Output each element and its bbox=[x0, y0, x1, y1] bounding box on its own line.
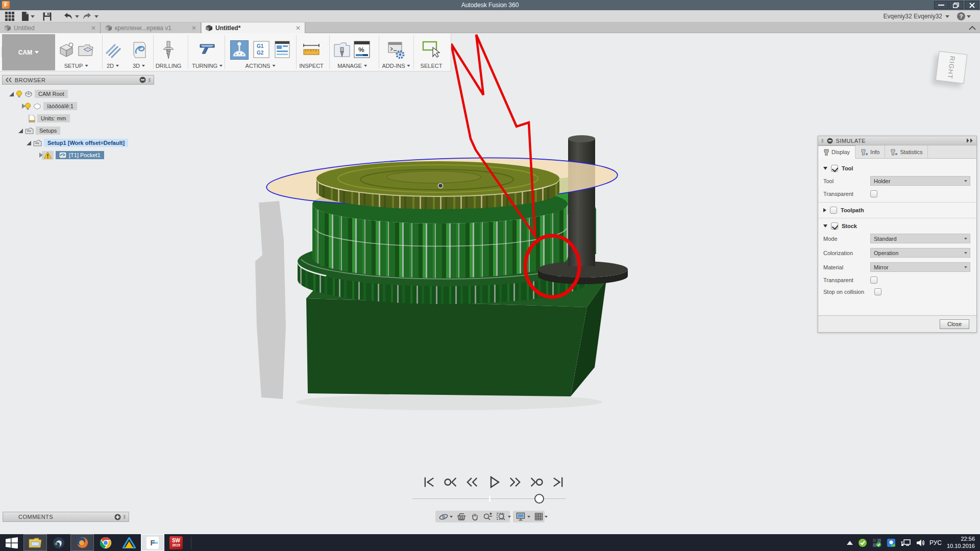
display-settings-button[interactable] bbox=[516, 512, 530, 521]
tray-sync-icon[interactable] bbox=[872, 538, 881, 547]
maximize-button[interactable] bbox=[949, 1, 963, 9]
select-button[interactable] bbox=[422, 40, 440, 60]
look-at-button[interactable] bbox=[457, 513, 466, 521]
minimize-button[interactable] bbox=[934, 1, 948, 9]
save-button[interactable] bbox=[43, 12, 52, 21]
mode-dropdown[interactable]: Standard bbox=[870, 234, 970, 243]
section-collapse-arrow[interactable] bbox=[823, 224, 827, 228]
viewcube[interactable]: RIGHT bbox=[936, 51, 968, 84]
drilling-button[interactable] bbox=[159, 40, 178, 60]
ribbon-group-manage[interactable]: MANAGE bbox=[337, 63, 367, 69]
ribbon-group-actions[interactable]: ACTIONS bbox=[246, 63, 276, 69]
colorization-dropdown[interactable]: Operation bbox=[870, 248, 970, 258]
user-account-menu[interactable]: Evqeniy32 Evqeniy32 bbox=[884, 13, 942, 20]
panel-grip-icon[interactable]: ‖ bbox=[148, 77, 151, 83]
tree-item-cam-root[interactable]: CAM Root bbox=[9, 89, 68, 99]
taskbar-a360[interactable] bbox=[117, 534, 141, 551]
doc-tab-kreplenie[interactable]: креплени...ерева v1 ✕ bbox=[101, 22, 201, 33]
viewcube-face-label[interactable]: RIGHT bbox=[946, 56, 957, 80]
material-dropdown[interactable]: Mirror bbox=[870, 262, 970, 272]
taskbar-file-explorer[interactable] bbox=[23, 534, 47, 551]
simulate-panel-header[interactable]: ‖ SIMULATE bbox=[818, 136, 976, 145]
ribbon-group-turning[interactable]: TURNING bbox=[192, 63, 223, 69]
tree-item-setups[interactable]: Setups bbox=[18, 126, 60, 136]
post-process-button[interactable]: G1 G2 bbox=[253, 40, 271, 60]
ribbon-group-select[interactable]: SELECT bbox=[421, 63, 443, 69]
visibility-bulb-icon[interactable] bbox=[16, 90, 22, 98]
collapse-panel-icon[interactable] bbox=[6, 78, 12, 82]
expanded-arrow-icon[interactable] bbox=[27, 141, 31, 145]
previous-operation-button[interactable] bbox=[443, 473, 459, 491]
doc-tab-untitled-1[interactable]: Untitled ✕ bbox=[0, 22, 101, 33]
comments-panel-header[interactable]: COMMENTS ‖ bbox=[3, 512, 129, 522]
new-setup-button[interactable] bbox=[57, 40, 76, 60]
go-to-end-button[interactable] bbox=[550, 473, 566, 491]
panel-grip-icon[interactable]: ‖ bbox=[821, 138, 824, 144]
tree-item-label-selected-setup[interactable]: Setup1 [Work offset=Default] bbox=[44, 139, 128, 147]
2d-milling-button[interactable] bbox=[103, 40, 121, 60]
taskbar-clock[interactable]: 22:56 10.10.2016 bbox=[947, 536, 975, 550]
step-forward-button[interactable] bbox=[507, 473, 523, 491]
timeline-slider-handle[interactable] bbox=[534, 494, 544, 504]
tab-close-icon[interactable]: ✕ bbox=[296, 24, 301, 32]
zoom-window-button[interactable] bbox=[497, 512, 511, 521]
file-menu-button[interactable] bbox=[21, 12, 35, 21]
pan-button[interactable] bbox=[470, 512, 479, 521]
tree-item-pocket1[interactable]: [T1] Pocket1 bbox=[36, 150, 104, 160]
new-folder-button[interactable] bbox=[77, 40, 95, 60]
app-grid-button[interactable] bbox=[5, 12, 14, 21]
doc-tab-untitled-active[interactable]: Untitled* ✕ bbox=[202, 22, 305, 33]
close-simulate-button[interactable]: Close bbox=[940, 319, 969, 329]
tool-transparent-checkbox[interactable] bbox=[870, 190, 877, 197]
play-button[interactable] bbox=[485, 473, 502, 491]
orbit-button[interactable] bbox=[438, 512, 453, 521]
taskbar-solidworks[interactable]: SW2015 bbox=[164, 534, 188, 551]
expanded-arrow-icon[interactable] bbox=[9, 92, 14, 96]
zoom-button[interactable] bbox=[483, 512, 493, 521]
inspect-button[interactable] bbox=[302, 40, 321, 60]
language-indicator[interactable]: РУС bbox=[929, 539, 942, 546]
tab-statistics[interactable]: Statistics bbox=[885, 145, 928, 159]
add-ins-button[interactable] bbox=[387, 40, 405, 60]
next-operation-button[interactable] bbox=[528, 473, 545, 491]
3d-milling-button[interactable] bbox=[130, 40, 148, 60]
collapsed-arrow-icon[interactable] bbox=[18, 104, 22, 109]
ribbon-group-2d[interactable]: 2D bbox=[107, 63, 119, 69]
tree-item-label[interactable]: ïàòðóáîê:1 bbox=[43, 102, 77, 110]
tray-volume-icon[interactable] bbox=[916, 539, 924, 547]
add-comment-icon[interactable] bbox=[114, 514, 121, 520]
section-collapse-arrow[interactable] bbox=[823, 167, 827, 170]
collapse-toolbar-chevron[interactable] bbox=[969, 26, 976, 30]
tool-library-button[interactable] bbox=[333, 40, 351, 60]
ribbon-group-setup[interactable]: SETUP bbox=[64, 63, 88, 69]
go-to-start-button[interactable] bbox=[421, 473, 437, 491]
help-menu-button[interactable]: ? bbox=[957, 12, 971, 21]
stop-on-collision-checkbox[interactable] bbox=[874, 288, 881, 295]
section-stock[interactable]: Stock bbox=[823, 222, 971, 230]
part-crown-top[interactable] bbox=[316, 161, 559, 209]
collapsed-arrow-icon[interactable] bbox=[36, 153, 40, 158]
redo-button[interactable] bbox=[82, 12, 99, 21]
tree-item-units[interactable]: Units: mm bbox=[29, 113, 70, 123]
tool-section-checkbox[interactable] bbox=[831, 165, 838, 172]
tree-item-setup1[interactable]: Setup1 [Work offset=Default] bbox=[27, 138, 128, 148]
tab-display[interactable]: Display bbox=[818, 145, 855, 159]
panel-grip-icon[interactable]: ‖ bbox=[123, 514, 126, 520]
tab-close-icon[interactable]: ✕ bbox=[191, 24, 197, 32]
tab-info[interactable]: Info bbox=[855, 145, 885, 159]
undo-button[interactable] bbox=[62, 12, 79, 21]
expanded-arrow-icon[interactable] bbox=[18, 129, 23, 133]
stock-section-checkbox[interactable] bbox=[831, 222, 838, 230]
tree-item-label[interactable]: CAM Root bbox=[35, 90, 68, 98]
tree-item-selected-operation[interactable]: [T1] Pocket1 bbox=[56, 151, 104, 159]
ribbon-group-addins[interactable]: ADD-INS bbox=[382, 63, 410, 69]
taskbar-firefox[interactable] bbox=[70, 534, 94, 551]
show-hidden-icons-chevron[interactable] bbox=[847, 541, 853, 545]
panel-menu-icon[interactable] bbox=[139, 77, 146, 83]
section-tool[interactable]: Tool bbox=[823, 165, 971, 172]
turning-button[interactable] bbox=[198, 40, 216, 60]
tree-item-label[interactable]: Setups bbox=[36, 127, 60, 135]
ribbon-group-drilling[interactable]: DRILLING bbox=[156, 63, 182, 69]
tool-dropdown[interactable]: Holder bbox=[870, 176, 970, 186]
setup-sheet-button[interactable] bbox=[274, 40, 292, 60]
